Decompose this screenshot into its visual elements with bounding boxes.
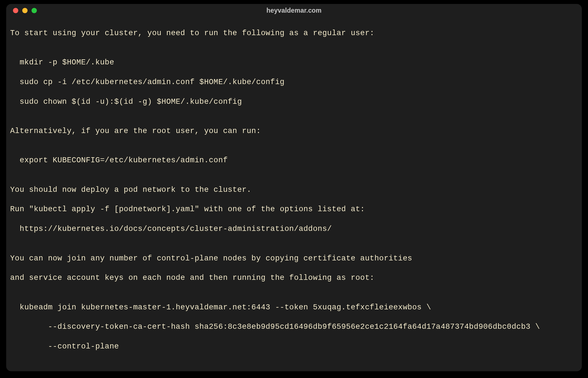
output-line: kubeadm join kubernetes-master-1.heyvald… — [10, 303, 578, 312]
minimize-icon[interactable] — [22, 8, 28, 13]
title-bar: heyvaldemar.com — [6, 4, 582, 17]
output-line: --discovery-token-ca-cert-hash sha256:8c… — [10, 322, 578, 332]
output-line: https://kubernetes.io/docs/concepts/clus… — [10, 224, 578, 234]
output-line: sudo chown $(id -u):$(id -g) $HOME/.kube… — [10, 97, 578, 107]
output-line: sudo cp -i /etc/kubernetes/admin.conf $H… — [10, 77, 578, 87]
terminal-body[interactable]: To start using your cluster, you need to… — [6, 17, 582, 371]
output-line: You can now join any number of control-p… — [10, 254, 578, 264]
output-line: Run "kubectl apply -f [podnetwork].yaml"… — [10, 204, 578, 214]
terminal-window: heyvaldemar.com To start using your clus… — [6, 4, 582, 371]
output-line: --control-plane — [10, 342, 578, 352]
output-line: export KUBECONFIG=/etc/kubernetes/admin.… — [10, 156, 578, 165]
output-line: To start using your cluster, you need to… — [10, 28, 578, 38]
zoom-icon[interactable] — [32, 8, 37, 13]
window-title: heyvaldemar.com — [6, 7, 582, 14]
output-line: and service account keys on each node an… — [10, 273, 578, 283]
output-line: You should now deploy a pod network to t… — [10, 185, 578, 195]
traffic-lights — [13, 8, 37, 13]
output-line: Then you can join any number of worker n… — [10, 371, 578, 371]
close-icon[interactable] — [13, 8, 18, 13]
output-line: mkdir -p $HOME/.kube — [10, 58, 578, 68]
output-line: Alternatively, if you are the root user,… — [10, 126, 578, 136]
